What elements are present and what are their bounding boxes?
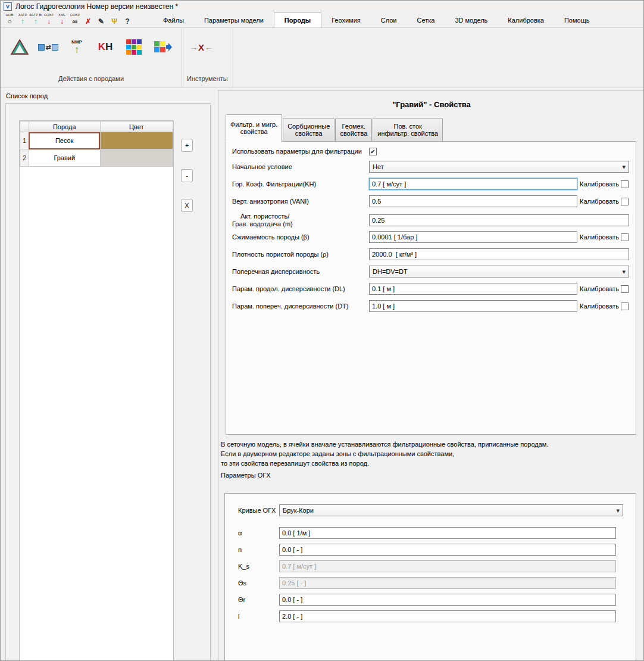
menu-tab-layers[interactable]: Слои	[371, 13, 407, 27]
column-header-color[interactable]: Цвет	[100, 121, 173, 132]
save-xml-icon[interactable]: XML↓	[55, 13, 68, 27]
delete-icon[interactable]: ✗	[82, 13, 95, 27]
porosity-input[interactable]	[369, 214, 629, 226]
table-row: 2 Гравий	[20, 149, 173, 167]
menu-tab-3d-model[interactable]: 3D модель	[445, 13, 498, 27]
ks-input	[279, 560, 616, 572]
field-label: Кривые ОГХ	[238, 507, 279, 514]
calibrate-label: Калибровать	[580, 303, 619, 310]
alpha-input[interactable]	[279, 527, 616, 539]
calibrate-dt-checkbox[interactable]	[621, 303, 629, 310]
theta-s-input	[279, 577, 616, 589]
column-header-rock[interactable]: Порода	[29, 121, 100, 132]
properties-panel: "Гравий" - Свойства Фильтр. и мигр.свойс…	[218, 90, 644, 661]
menu-tab-files[interactable]: Файлы	[153, 13, 194, 27]
tab-filtration-migration[interactable]: Фильтр. и мигр.свойства	[226, 114, 282, 142]
tab-geomech[interactable]: Геомех.свойства	[335, 118, 372, 142]
wrench-icon[interactable]: Ψ	[108, 13, 121, 27]
ogh-curves-dropdown[interactable]: Брук-Кори	[279, 504, 623, 516]
nmp-import-icon[interactable]: NMP↑	[66, 36, 87, 58]
swap-rocks-icon[interactable]: ⇄	[37, 36, 59, 58]
kh-input[interactable]	[369, 178, 577, 190]
delete-rock-button[interactable]: X	[181, 199, 193, 212]
l-input[interactable]	[279, 610, 616, 622]
rock-color-swatch[interactable]	[100, 132, 173, 149]
form-row: n	[231, 544, 630, 556]
calibrate-compressibility-checkbox[interactable]	[621, 233, 629, 241]
field-label: Гор. Коэф. Фильтрации(KH)	[232, 180, 369, 188]
add-rock-icon[interactable]	[9, 36, 30, 58]
field-label: Начальное условие	[232, 163, 369, 171]
use-filtration-params-checkbox[interactable]	[369, 148, 377, 155]
palette-icon[interactable]	[123, 36, 145, 58]
field-label: Акт. пористость/ Грав. водотдача (m)	[232, 213, 369, 228]
chevron-down-icon	[616, 507, 620, 515]
tab-surface-runoff[interactable]: Пов. стокинфильтр. свойства	[373, 118, 443, 142]
rock-list-label: Список пород	[1, 88, 215, 102]
rock-name-cell[interactable]: Гравий	[29, 149, 100, 167]
calibrate-label: Калибровать	[580, 285, 619, 292]
menu-tab-grid[interactable]: Сетка	[407, 13, 445, 27]
rock-table[interactable]: Порода Цвет 1 Песок 2 Гравий	[19, 120, 174, 661]
field-label: Верт. анизотропия (VANI)	[232, 198, 369, 205]
load-bin-icon[interactable]: ЗАГР BIN↑	[29, 13, 42, 27]
field-label: Использовать параметры для фильтрации	[232, 148, 369, 155]
table-row: 1 Песок	[20, 132, 173, 149]
new-document-icon[interactable]: НОВ○	[3, 13, 16, 27]
ogh-parameters-box: Кривые ОГХ Брук-Кори α n K_s	[224, 493, 636, 661]
add-rock-button[interactable]: +	[181, 139, 193, 152]
menu-tab-rocks[interactable]: Породы	[274, 13, 321, 27]
kh-coefficient-icon[interactable]: KH	[95, 36, 116, 58]
calibrate-kh-checkbox[interactable]	[621, 180, 629, 188]
clear-x-tool-icon[interactable]: →X←	[190, 36, 212, 58]
window-title: Логос Гидрогеология Номер версии неизвес…	[15, 2, 178, 11]
export-table-icon[interactable]	[152, 36, 173, 58]
calibrate-dl-checkbox[interactable]	[621, 285, 629, 293]
form-row: Поперечная дисперсивность DH=DV=DT	[232, 266, 630, 278]
titlebar: V Логос Гидрогеология Номер версии неизв…	[1, 1, 643, 13]
quick-toolbar: НОВ○ ЗАГР↑ ЗАГР BIN↑ СОХР↓ XML↓ СОХР∞ ✗ …	[1, 13, 135, 27]
menubar: НОВ○ ЗАГР↑ ЗАГР BIN↑ СОХР↓ XML↓ СОХР∞ ✗ …	[1, 13, 643, 28]
menu-tab-model-params[interactable]: Параметры модели	[194, 13, 274, 27]
menu-tab-geochemistry[interactable]: Геохимия	[321, 13, 371, 27]
initial-condition-dropdown[interactable]: Нет	[369, 161, 629, 173]
form-row: Плотность пористой породы (ρ)	[232, 248, 630, 260]
field-label: K_s	[238, 563, 279, 570]
field-label: Поперечная дисперсивность	[232, 268, 369, 276]
transverse-dispersivity-dropdown[interactable]: DH=DV=DT	[369, 266, 629, 278]
row-number-header	[20, 121, 29, 132]
tab-sorption[interactable]: Сорбционныесвойства	[283, 118, 334, 142]
calibrate-label: Калибровать	[580, 233, 619, 241]
ribbon-group-tools: →X← Инструменты	[182, 28, 233, 87]
form-row: Кривые ОГХ Брук-Кори	[231, 504, 630, 516]
menu-tab-calibration[interactable]: Калибровка	[498, 13, 554, 27]
ribbon-group-label: Действия с породами	[5, 74, 177, 87]
save-icon[interactable]: СОХР↓	[42, 13, 55, 27]
menu-tab-help[interactable]: Помощь	[554, 13, 600, 27]
help-icon[interactable]: ?	[121, 13, 134, 27]
calibrate-vani-checkbox[interactable]	[621, 198, 629, 205]
field-label: Плотность пористой породы (ρ)	[232, 251, 369, 258]
field-label: Парам. продол. дисперсивности (DL)	[232, 285, 369, 293]
form-row: Θs	[231, 577, 630, 589]
vani-input[interactable]	[369, 195, 577, 207]
search-icon[interactable]: СОХР∞	[68, 13, 82, 27]
field-label: Парам. попереч. дисперсивности (DT)	[232, 303, 369, 310]
density-input[interactable]	[369, 248, 629, 260]
form-row: l	[231, 610, 630, 622]
edit-icon[interactable]: ✎	[95, 13, 108, 27]
dl-dispersivity-input[interactable]	[369, 283, 577, 295]
compressibility-input[interactable]	[369, 231, 577, 243]
main-area: Список пород Порода Цвет 1 Песок	[1, 88, 643, 661]
properties-title: "Гравий" - Свойства	[218, 91, 644, 114]
remove-rock-button[interactable]: -	[181, 169, 193, 182]
load-icon[interactable]: ЗАГР↑	[16, 13, 29, 27]
rock-name-cell[interactable]: Песок	[29, 132, 100, 149]
n-input[interactable]	[279, 544, 616, 556]
dt-dispersivity-input[interactable]	[369, 300, 577, 312]
form-row: Использовать параметры для фильтрации	[232, 148, 630, 155]
theta-r-input[interactable]	[279, 594, 616, 606]
chevron-down-icon	[622, 268, 626, 276]
ribbon: ⇄ NMP↑ KH Действия с породами	[1, 28, 643, 88]
rock-color-swatch[interactable]	[100, 149, 173, 167]
